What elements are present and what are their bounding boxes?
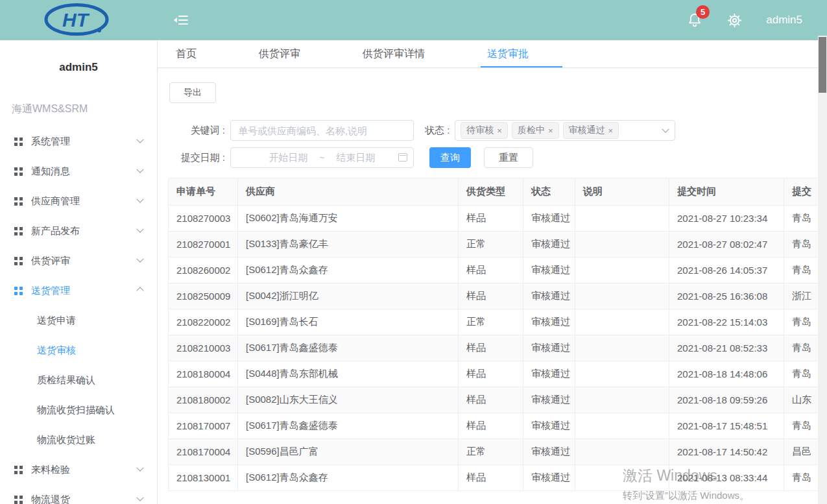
tag-close-icon[interactable] (608, 126, 614, 136)
table-cell: 审核通过 (523, 309, 575, 335)
menu-fold-icon[interactable] (174, 15, 188, 25)
table-cell: 审核通过 (523, 232, 575, 258)
table-row[interactable]: 2108260002[S0612]青岛众鑫存样品审核通过2021-08-26 1… (169, 258, 827, 283)
keyword-label: 关键词 : (169, 125, 225, 137)
table-column-header: 提交时间 (669, 178, 784, 206)
table-row[interactable]: 2108170004[S0596]昌邑广富正常审核通过2021-08-17 14… (169, 439, 827, 465)
status-tag: 待审核 (461, 122, 508, 139)
status-tag-label: 质检中 (518, 125, 545, 136)
toolbar: 导出 (169, 82, 827, 103)
table-cell (575, 387, 669, 413)
table-cell: 2021-08-17 14:50:42 (669, 439, 784, 465)
tab-home[interactable]: 首页 (176, 40, 197, 67)
table-cell: 审核通过 (523, 361, 575, 387)
sidebar-username: admin5 (0, 61, 157, 74)
table-cell: 样品 (459, 258, 523, 283)
status-label: 状态 : (425, 125, 449, 137)
tag-close-icon[interactable] (497, 126, 502, 136)
sidebar-item[interactable]: 供货评审 (0, 246, 157, 276)
table-cell: 审核通过 (523, 413, 575, 439)
chevron-down-icon (136, 226, 143, 233)
table-row[interactable]: 2108170007[S0617]青岛鑫盛德泰样品审核通过2021-08-17 … (169, 413, 827, 439)
table-cell: 审核通过 (523, 258, 575, 283)
scrollbar-thumb[interactable] (819, 37, 826, 93)
table-cell: 审核通过 (523, 465, 575, 491)
chevron-down-icon (136, 166, 143, 173)
export-button[interactable]: 导出 (169, 82, 216, 103)
tab-delivery-approval[interactable]: 送货审批 (487, 40, 529, 67)
status-multiselect[interactable]: 待审核 质检中 审核通过 (455, 120, 675, 141)
table-cell: 样品 (459, 387, 523, 413)
table-row[interactable]: 2108250009[S0042]浙江明亿样品审核通过2021-08-25 16… (169, 283, 827, 309)
sidebar-subitem[interactable]: 质检结果确认 (0, 365, 157, 395)
table-cell: 正常 (459, 309, 523, 335)
table-column-header: 状态 (523, 178, 575, 206)
sidebar-item[interactable]: 送货管理 (0, 276, 157, 306)
table-cell: 审核通过 (523, 439, 575, 465)
chevron-down-icon (136, 256, 143, 263)
table-cell: 2021-08-17 15:48:51 (669, 413, 784, 439)
grid-icon (14, 197, 23, 206)
table-row[interactable]: 2108220002[S0169]青岛长石正常审核通过2021-08-22 15… (169, 309, 827, 335)
table-cell (575, 335, 669, 361)
table-row[interactable]: 2108270001[S0133]青岛豪亿丰正常审核通过2021-08-27 0… (169, 232, 827, 258)
table-cell: 2108270001 (169, 232, 238, 258)
sidebar-item[interactable]: 系统管理 (0, 126, 157, 156)
table-cell: 审核通过 (523, 283, 575, 309)
table-cell: [S0169]青岛长石 (238, 309, 459, 335)
table-cell (575, 439, 669, 465)
tab-bar: 首页 供货评审 供货评审详情 送货审批 (158, 40, 827, 68)
sidebar-item[interactable]: 新产品发布 (0, 216, 157, 246)
sidebar-item[interactable]: 通知消息 (0, 156, 157, 186)
notification-bell-icon[interactable]: 5 (686, 12, 703, 29)
table-cell: 审核通过 (523, 387, 575, 413)
sidebar-subitem[interactable]: 送货审核 (0, 335, 157, 365)
table-row[interactable]: 2108210003[S0617]青岛鑫盛德泰样品审核通过2021-08-21 … (169, 335, 827, 361)
table-cell: [S0617]青岛鑫盛德泰 (238, 335, 459, 361)
sidebar-subitem[interactable]: 物流收货过账 (0, 425, 157, 455)
sidebar-item[interactable]: 供应商管理 (0, 186, 157, 216)
chevron-down-icon (662, 126, 669, 133)
keyword-input[interactable] (230, 120, 414, 141)
delivery-approval-table: 申请单号供应商供货类型状态说明提交时间提交 2108270003[S0602]青… (168, 178, 827, 491)
chevron-down-icon (136, 464, 143, 472)
status-tag: 质检中 (512, 122, 559, 139)
search-button[interactable]: 查询 (429, 147, 471, 168)
table-cell (575, 309, 669, 335)
table-cell (575, 258, 669, 283)
table-cell: 2021-08-26 14:05:37 (669, 258, 784, 283)
chevron-up-icon (136, 287, 143, 294)
table-row[interactable]: 2108270003[S0602]青岛海通万安样品审核通过2021-08-27 … (169, 206, 827, 232)
table-cell: 2021-08-27 08:02:47 (669, 232, 784, 258)
table-cell: 审核通过 (523, 335, 575, 361)
header-username[interactable]: admin5 (766, 14, 802, 27)
reset-button[interactable]: 重置 (484, 147, 533, 168)
status-tag-label: 待审核 (466, 125, 494, 136)
sidebar-subitem[interactable]: 送货申请 (0, 306, 157, 335)
table-cell: 2021-08-18 09:59:26 (669, 387, 784, 413)
tag-close-icon[interactable] (548, 126, 553, 136)
sidebar-item[interactable]: 物流退货 (0, 485, 157, 504)
table-row[interactable]: 2108180004[S0448]青岛东部机械样品审核通过2021-08-18 … (169, 361, 827, 387)
table-cell: 2021-08-13 08:33:44 (669, 465, 784, 491)
grid-icon (14, 138, 23, 146)
sidebar: admin5 海通WMS&SRM 系统管理通知消息供应商管理新产品发布供货评审送… (0, 40, 158, 504)
date-separator: ~ (319, 152, 324, 163)
settings-gear-icon[interactable] (726, 12, 743, 29)
table-cell: 样品 (459, 283, 523, 309)
tab-supply-review-detail[interactable]: 供货评审详情 (363, 40, 425, 67)
sidebar-item[interactable]: 来料检验 (0, 455, 157, 485)
vertical-scrollbar[interactable] (818, 36, 827, 504)
grid-icon (14, 257, 23, 265)
tab-supply-review[interactable]: 供货评审 (259, 40, 300, 67)
table-row[interactable]: 2108130001[S0612]青岛众鑫存样品审核通过2021-08-13 0… (169, 465, 827, 491)
grid-icon (14, 466, 23, 474)
chevron-down-icon (136, 136, 143, 143)
date-range-input[interactable]: 开始日期 ~ 结束日期 (230, 147, 414, 168)
table-row[interactable]: 2108180002[S0082]山东大王信义样品审核通过2021-08-18 … (169, 387, 827, 413)
sidebar-subitem[interactable]: 物流收货扫描确认 (0, 395, 157, 425)
table-cell: 2108220002 (169, 309, 238, 335)
table-column-header: 说明 (575, 178, 669, 206)
chevron-down-icon (136, 196, 143, 203)
table-cell (575, 413, 669, 439)
